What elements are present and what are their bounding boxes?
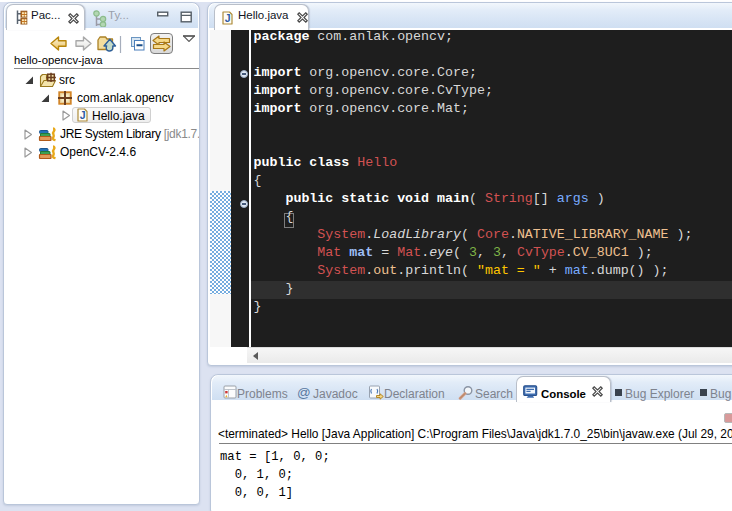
svg-text:J: J xyxy=(225,12,231,24)
svg-text:J: J xyxy=(80,109,86,121)
